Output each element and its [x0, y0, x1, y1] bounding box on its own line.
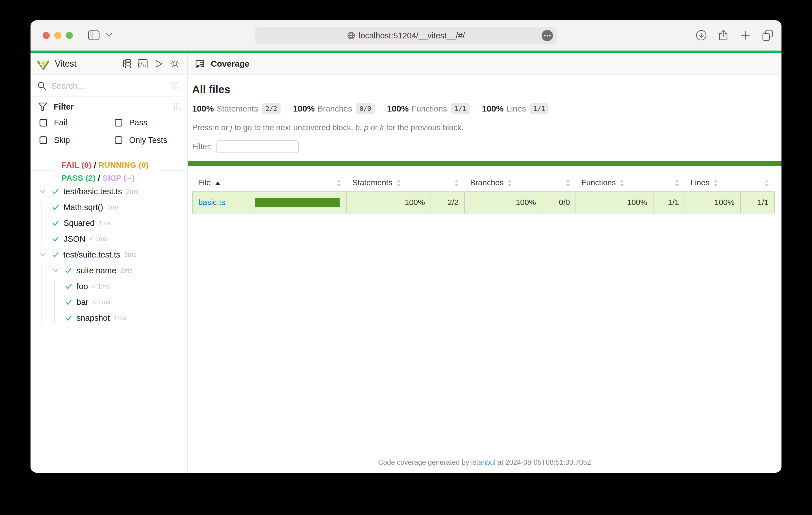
table-row: basic.ts 100% 2/2 100% 0/0 100% 1/1 100%…: [193, 192, 775, 213]
tree-item-math-sqrt[interactable]: Math.sqrt() 1ms: [30, 199, 187, 215]
sort-icon: [714, 180, 718, 187]
istanbul-link[interactable]: istanbul: [471, 458, 496, 466]
filter-section: Filter Fail Pass Skip Only Tests: [37, 100, 181, 148]
app-title: Vitest: [55, 59, 77, 69]
sidebar-header: Vitest: [30, 53, 188, 74]
check-pass-icon: [65, 314, 72, 322]
tree-item-suite-test-file[interactable]: test/suite.test.ts 3ms: [30, 247, 187, 263]
search-input[interactable]: [51, 81, 170, 91]
check-pass-icon: [51, 187, 59, 195]
browser-sidebar-toggle-icon[interactable]: [88, 30, 100, 41]
keyboard-help-text: Press n or j to go to the next uncovered…: [192, 123, 463, 132]
coverage-report-icon: [194, 59, 205, 69]
checkbox-pass-label[interactable]: Pass: [129, 118, 147, 127]
column-header-statements-abs[interactable]: [431, 174, 464, 192]
file-cell: basic.ts: [193, 192, 249, 213]
share-icon[interactable]: [717, 29, 729, 41]
tree-item-json[interactable]: JSON < 1ms: [30, 231, 187, 247]
checkbox-pass[interactable]: [115, 119, 122, 126]
chevron-down-icon[interactable]: [39, 251, 47, 259]
checkbox-fail-label[interactable]: Fail: [54, 118, 67, 127]
dashboard-icon[interactable]: [138, 59, 148, 69]
app-header: Vitest: [30, 53, 782, 75]
check-pass-icon: [52, 219, 60, 227]
column-header-branches[interactable]: Branches: [464, 174, 542, 192]
file-filter-input[interactable]: [216, 140, 299, 153]
lines-pct-cell: 100%: [685, 192, 741, 213]
address-bar[interactable]: localhost:51204/__vitest__/#/: [255, 27, 557, 44]
stat-functions: 100%Functions1/1: [387, 103, 470, 114]
column-header-statements[interactable]: Statements: [347, 174, 431, 192]
sort-ascending-icon: [215, 182, 221, 185]
test-name: suite name: [76, 266, 116, 275]
branches-pct-cell: 100%: [464, 192, 542, 213]
statements-abs-cell: 2/2: [431, 192, 464, 213]
sort-icon: [397, 180, 401, 187]
toolbar-actions: [695, 29, 774, 41]
stat-statements: 100%Statements2/2: [192, 103, 281, 114]
minimize-window-button[interactable]: [54, 32, 61, 39]
table-header-row: File Statements Branches Functions Lines: [193, 174, 775, 192]
column-header-file[interactable]: File: [193, 174, 249, 192]
coverage-bar: [255, 198, 340, 207]
branches-abs-cell: 0/0: [542, 192, 576, 213]
column-header-chart-sorter[interactable]: [249, 174, 347, 192]
toggle-theme-icon[interactable]: [170, 59, 180, 69]
new-tab-icon[interactable]: [739, 29, 752, 41]
checkbox-only-tests[interactable]: [115, 137, 122, 144]
test-name: test/suite.test.ts: [63, 250, 120, 260]
traffic-lights: [43, 32, 73, 39]
column-header-functions-abs[interactable]: [653, 174, 685, 192]
sort-icon: [508, 180, 512, 187]
sort-icon: [566, 180, 570, 187]
column-header-lines-abs[interactable]: [741, 174, 775, 192]
checkbox-only-tests-label[interactable]: Only Tests: [129, 135, 167, 145]
sidebar: Filter Fail Pass Skip Only Tests: [30, 76, 188, 473]
globe-icon: [347, 31, 355, 40]
pass-count: PASS (2): [62, 174, 95, 182]
check-pass-icon: [64, 267, 72, 274]
tree-indent-guide: [41, 264, 41, 324]
clear-search-filter-icon[interactable]: [170, 81, 180, 90]
clear-filter-icon[interactable]: [172, 102, 181, 111]
browser-window: localhost:51204/__vitest__/#/: [30, 20, 782, 473]
test-duration: < 1ms: [92, 283, 110, 290]
report-heading: All files: [192, 84, 230, 96]
chevron-down-icon[interactable]: [39, 187, 47, 195]
tree-item-suite-name[interactable]: suite name 2ms: [30, 263, 187, 278]
checkbox-skip[interactable]: [39, 137, 47, 144]
column-header-functions[interactable]: Functions: [576, 174, 653, 192]
checkbox-fail[interactable]: [39, 119, 47, 126]
fraction-badge: 1/1: [530, 103, 549, 114]
tree-item-basic-test-file[interactable]: test/basic.test.ts 2ms: [30, 184, 187, 199]
tree-view-icon[interactable]: [121, 59, 131, 69]
column-header-branches-abs[interactable]: [542, 174, 576, 192]
chevron-down-icon[interactable]: [52, 267, 60, 274]
close-window-button[interactable]: [43, 32, 50, 39]
test-name: test/basic.test.ts: [63, 187, 122, 196]
test-name: JSON: [64, 234, 85, 244]
coverage-bar-cell: [249, 192, 347, 213]
sort-icon: [764, 180, 769, 187]
test-name: Math.sqrt(): [64, 203, 103, 212]
tab-overview-icon[interactable]: [761, 29, 774, 41]
column-header-lines[interactable]: Lines: [685, 174, 741, 192]
tree-indent-guide: [54, 280, 55, 324]
filter-funnel-icon: [38, 102, 48, 112]
zoom-window-button[interactable]: [66, 32, 73, 39]
fraction-badge: 1/1: [451, 103, 470, 114]
test-name: foo: [77, 282, 88, 291]
coverage-status-line: [188, 161, 782, 166]
run-all-tests-icon[interactable]: [154, 59, 163, 69]
chevron-down-icon[interactable]: [106, 33, 112, 37]
fail-count: FAIL (0): [62, 161, 91, 170]
tree-indent-guide: [41, 201, 41, 244]
page-settings-button[interactable]: [542, 30, 553, 41]
checkbox-skip-label[interactable]: Skip: [54, 135, 70, 145]
sort-icon: [619, 180, 624, 187]
statements-pct-cell: 100%: [347, 192, 431, 213]
stat-lines: 100%Lines1/1: [482, 103, 549, 114]
downloads-icon[interactable]: [695, 29, 707, 41]
file-link[interactable]: basic.ts: [198, 198, 225, 207]
tree-item-squared[interactable]: Squared 1ms: [30, 215, 187, 231]
